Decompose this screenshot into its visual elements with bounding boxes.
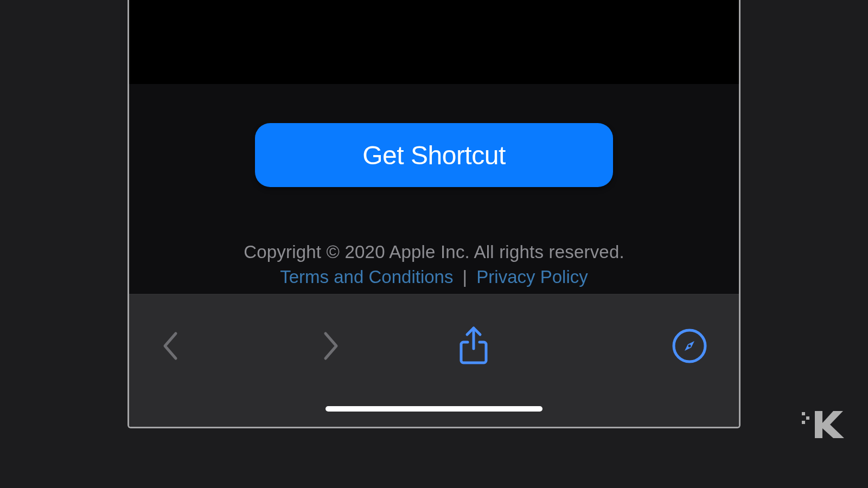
page-content: Get Shortcut Copyright © 2020 Apple Inc.…: [129, 0, 739, 294]
chevron-left-icon: [161, 330, 179, 363]
svg-point-1: [688, 345, 691, 348]
home-indicator[interactable]: [326, 406, 542, 412]
content-main: Get Shortcut Copyright © 2020 Apple Inc.…: [129, 84, 739, 294]
compass-icon: [672, 328, 707, 365]
watermark-logo: [802, 406, 851, 444]
safari-button[interactable]: [667, 324, 712, 370]
forward-button[interactable]: [318, 326, 345, 368]
device-frame: Get Shortcut Copyright © 2020 Apple Inc.…: [127, 0, 741, 428]
copyright-text: Copyright © 2020 Apple Inc. All rights r…: [244, 240, 624, 265]
svg-rect-4: [802, 421, 805, 424]
share-icon: [458, 326, 489, 368]
content-spacer-top: [129, 0, 739, 84]
footer-links: Terms and Conditions | Privacy Policy: [280, 267, 588, 287]
svg-rect-2: [802, 412, 805, 415]
get-shortcut-button[interactable]: Get Shortcut: [255, 123, 613, 187]
bottom-toolbar: [129, 294, 739, 427]
back-button[interactable]: [156, 326, 183, 368]
link-separator: |: [463, 267, 468, 287]
share-button[interactable]: [454, 322, 494, 372]
svg-rect-3: [806, 416, 809, 420]
terms-link[interactable]: Terms and Conditions: [280, 267, 453, 287]
toolbar-inner: [129, 322, 739, 372]
chevron-right-icon: [322, 330, 341, 363]
privacy-link[interactable]: Privacy Policy: [476, 267, 588, 287]
nav-group: [156, 326, 345, 368]
